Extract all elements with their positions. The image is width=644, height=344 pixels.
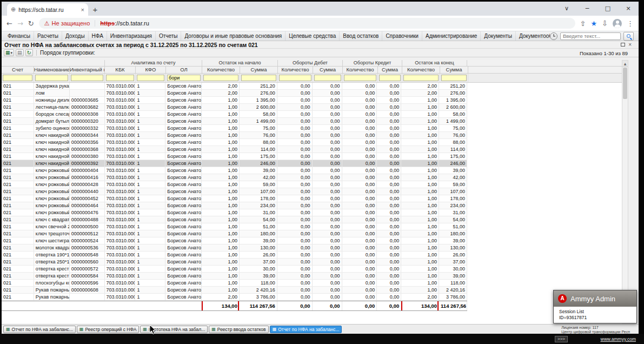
menu-item[interactable]: Ввод остатков bbox=[340, 31, 382, 41]
task-button[interactable]: ▦Отчет по НФА на забаланс... bbox=[3, 326, 76, 333]
refresh-button[interactable]: ↻ bbox=[25, 49, 33, 56]
new-tab-button[interactable]: + bbox=[88, 3, 102, 16]
clock-icon[interactable] bbox=[550, 32, 557, 40]
table-row[interactable]: 021ключ накидной ...0000000356703.0310.0… bbox=[2, 139, 467, 146]
column-header[interactable]: Количество bbox=[402, 67, 440, 74]
ammyy-expand-button[interactable]: >>> bbox=[555, 336, 568, 342]
column-header[interactable]: КБК bbox=[105, 67, 136, 74]
table-row[interactable]: 021отвертка 190*1...0000000548703.0310.0… bbox=[2, 252, 467, 259]
filter-input[interactable] bbox=[3, 75, 32, 81]
filter-input[interactable] bbox=[441, 75, 467, 81]
table-row[interactable]: 021ключ рожковый...0000000428703.0310.00… bbox=[2, 181, 467, 188]
table-row[interactable]: 021ключ с квадрат...0000000488703.0310.0… bbox=[2, 216, 467, 223]
table-row[interactable]: 021лестница-палка0000003682703.0310.0000… bbox=[2, 104, 467, 111]
bookmark-star-icon[interactable]: ★ bbox=[590, 19, 597, 28]
back-icon[interactable]: ← bbox=[6, 19, 12, 28]
column-header[interactable]: Сумма bbox=[440, 67, 468, 74]
forward-icon[interactable]: → bbox=[17, 19, 23, 28]
filter-input[interactable] bbox=[403, 75, 439, 81]
menu-item[interactable]: Расчеты bbox=[34, 31, 62, 41]
filter-input[interactable] bbox=[106, 75, 134, 81]
filter-input[interactable] bbox=[137, 75, 164, 81]
table-row[interactable]: 021ключ накидной ...0000000368703.0310.0… bbox=[2, 146, 467, 153]
restore-window-icon[interactable] bbox=[621, 43, 625, 47]
menu-item[interactable]: Инвентаризация bbox=[107, 31, 156, 41]
filter-input[interactable] bbox=[314, 75, 341, 81]
close-icon[interactable]: × bbox=[618, 2, 639, 16]
maximize-icon[interactable]: □ bbox=[597, 2, 618, 16]
scroll-thumb[interactable] bbox=[623, 68, 627, 99]
table-row[interactable]: 021ключ рожковый...0000000464703.0310.00… bbox=[2, 202, 467, 209]
table-row[interactable]: 021зубило оцинков...0000000332703.0310.0… bbox=[2, 125, 467, 132]
table-row[interactable]: 021отвертка крест ...0000000584703.0310.… bbox=[2, 273, 467, 280]
table-row[interactable]: 021бородок слесар...0000000308703.0310.0… bbox=[2, 111, 467, 118]
table-row[interactable]: 021ключ свечной 2...0000000500703.0310.0… bbox=[2, 223, 467, 230]
filter-input[interactable] bbox=[167, 75, 201, 81]
ammyy-website-link[interactable]: www.ammyy.com bbox=[601, 336, 636, 342]
table-row[interactable]: 021ключ рожковый...0000000404703.0310.00… bbox=[2, 167, 467, 174]
column-header[interactable]: Количество bbox=[343, 67, 378, 74]
table-row[interactable]: 021ключ трещоточ...0000000512703.0310.00… bbox=[2, 230, 467, 237]
table-row[interactable]: 021Задержка рукав...703.0310.00000...1Бо… bbox=[2, 83, 467, 90]
menu-item[interactable]: Договоры и иные правовые основания bbox=[181, 31, 286, 41]
table-row[interactable]: 021ключ шестигра...0000000524703.0310.00… bbox=[2, 237, 467, 244]
reload-icon[interactable]: ↻ bbox=[28, 19, 34, 28]
export-button[interactable]: ▦▾ bbox=[4, 49, 14, 56]
table-row[interactable]: 021ключ рожковый...0000000452703.0310.00… bbox=[2, 195, 467, 202]
task-button[interactable]: ▦Отчет по НФА на забаланс... bbox=[270, 326, 342, 333]
browser-menu-icon[interactable]: ⋮ bbox=[627, 19, 634, 28]
menu-item[interactable]: Доходы bbox=[62, 31, 89, 41]
security-warning[interactable]: Не защищено bbox=[52, 20, 90, 27]
table-row[interactable]: 021ключ накидной ...0000000380703.0310.0… bbox=[2, 153, 467, 160]
scroll-up-icon[interactable]: ▲ bbox=[622, 61, 628, 67]
column-header[interactable]: Наименование bbox=[34, 67, 70, 74]
table-row[interactable]: 021ножницы диэле...0000003685703.0310.00… bbox=[2, 97, 467, 104]
table-row[interactable]: 021плоскогубцы ко...0000000596703.0310.0… bbox=[2, 280, 467, 287]
minimize-icon[interactable]: ─ bbox=[577, 2, 597, 16]
profile-avatar[interactable] bbox=[613, 19, 622, 28]
close-window-icon[interactable]: × bbox=[628, 42, 632, 48]
column-header[interactable]: Сумма bbox=[313, 67, 343, 74]
share-icon[interactable]: ⇧ bbox=[580, 19, 586, 28]
filter-input[interactable] bbox=[241, 75, 276, 81]
table-row[interactable]: 021лом703.0310.00000...1Борисов Анатол..… bbox=[2, 90, 467, 97]
filter-input[interactable] bbox=[379, 75, 401, 81]
column-header[interactable]: Счет bbox=[2, 67, 34, 74]
browser-tab[interactable]: ⊕ https://scb.tatar.ru × bbox=[7, 3, 88, 16]
task-button[interactable]: ▦Реестр ввода остатков bbox=[209, 326, 268, 333]
column-header[interactable]: Количество bbox=[202, 67, 240, 74]
table-row[interactable]: 021Рукав пожарны...703.0310.00000...1Бор… bbox=[2, 294, 467, 301]
chevron-down-icon[interactable]: ∨ bbox=[556, 2, 577, 16]
column-header[interactable]: Инвентарный н... bbox=[70, 67, 105, 74]
filter-input[interactable] bbox=[279, 75, 311, 81]
table-row[interactable]: 021отвертка крест ...0000000572703.0310.… bbox=[2, 266, 467, 273]
column-header[interactable]: Сумма bbox=[240, 67, 278, 74]
menu-item[interactable]: Документы bbox=[481, 31, 516, 41]
menu-item[interactable]: Отчеты bbox=[156, 31, 182, 41]
menu-item[interactable]: НФА bbox=[89, 31, 107, 41]
tab-close-icon[interactable]: × bbox=[81, 6, 84, 13]
menu-item[interactable]: Документооборот bbox=[516, 31, 550, 41]
table-row[interactable]: 021ключ рожковый...0000000416703.0310.00… bbox=[2, 174, 467, 181]
table-row[interactable]: 021ключ накидной ...0000000392703.0310.0… bbox=[2, 160, 467, 167]
filter-input[interactable] bbox=[344, 75, 376, 81]
address-bar[interactable]: ⚠ Не защищено https://scb.tatar.ru bbox=[39, 18, 575, 29]
column-header[interactable]: ОЛ bbox=[166, 67, 202, 74]
vertical-scrollbar[interactable]: ▲ ▼ bbox=[622, 60, 628, 322]
task-button[interactable]: ▦Реестр операций с НФА bbox=[77, 326, 139, 333]
table-row[interactable]: 021отвертка 250*1...0000000560703.0310.0… bbox=[2, 259, 467, 266]
table-row[interactable]: 021молоток квадра...0000000536703.0310.0… bbox=[2, 244, 467, 252]
ammyy-title-bar[interactable]: A Ammyy Admin bbox=[554, 290, 636, 307]
filter-input[interactable] bbox=[203, 75, 238, 81]
table-row[interactable]: 021Рукав пожарны...0000000608703.0310.00… bbox=[2, 287, 467, 294]
menu-item[interactable]: Администрирование bbox=[422, 31, 481, 41]
table-row[interactable]: 021ключ рожковый...0000000476703.0310.00… bbox=[2, 209, 467, 216]
menu-item[interactable]: Целевые средства bbox=[286, 31, 340, 41]
column-header[interactable]: Сумма bbox=[378, 67, 402, 74]
column-header[interactable]: Количество bbox=[278, 67, 313, 74]
column-header[interactable]: КФО bbox=[136, 67, 166, 74]
filter-input[interactable] bbox=[71, 75, 103, 81]
menu-item[interactable]: Финансы bbox=[4, 31, 34, 41]
print-button[interactable]: ▤ bbox=[16, 49, 24, 56]
table-row[interactable]: 021ключ накидной ...0000000344703.0310.0… bbox=[2, 132, 467, 139]
